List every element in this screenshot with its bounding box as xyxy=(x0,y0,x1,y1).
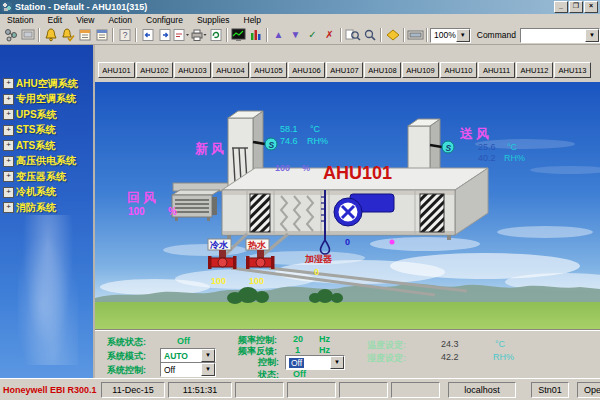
menu-supplies[interactable]: Supplies xyxy=(190,15,237,25)
fan-control-select[interactable]: Off ▼ xyxy=(285,355,345,370)
menu-station[interactable]: Station xyxy=(0,15,40,25)
freq-control-value: 20 xyxy=(293,334,303,344)
tab-ahu101[interactable]: AHU101 xyxy=(98,62,135,78)
sidebar-item-8[interactable]: +冷机系统 xyxy=(0,185,93,201)
tab-ahu112[interactable]: AHU112 xyxy=(516,62,553,78)
system-status-value: Off xyxy=(177,336,190,346)
tab-ahu103[interactable]: AHU103 xyxy=(174,62,211,78)
sidebar-item-6[interactable]: +高压供电系统 xyxy=(0,154,93,170)
acknowledge-icon[interactable]: ✓ xyxy=(304,27,321,43)
zoom-select[interactable]: 100% ▼ xyxy=(430,28,471,43)
station-icon[interactable] xyxy=(2,27,19,43)
expand-icon[interactable]: + xyxy=(3,140,14,151)
recall-page-icon[interactable] xyxy=(173,27,190,43)
alarm-ack-icon[interactable] xyxy=(59,27,76,43)
svg-text:S: S xyxy=(446,143,452,153)
raise-page-icon[interactable]: ▲ xyxy=(270,27,287,43)
display-icon[interactable] xyxy=(19,27,36,43)
sidebar-item-label: ATS系统 xyxy=(16,139,55,153)
find-icon[interactable] xyxy=(344,27,361,43)
menu-action[interactable]: Action xyxy=(101,15,139,25)
sidebar-item-label: 消防系统 xyxy=(16,201,56,215)
tab-ahu107[interactable]: AHU107 xyxy=(326,62,363,78)
fan-status-value: 0 xyxy=(345,237,350,247)
fan-control-dropdown-icon[interactable]: ▼ xyxy=(330,356,344,369)
tab-ahu106[interactable]: AHU106 xyxy=(288,62,325,78)
cancel-icon[interactable]: ✗ xyxy=(321,27,338,43)
close-button[interactable]: × xyxy=(584,1,598,13)
supply-air-temp-unit: °C xyxy=(507,142,518,152)
sidebar-item-1[interactable]: +AHU空调系统 xyxy=(0,76,93,92)
zoom-value: 100% xyxy=(431,30,456,40)
chilled-water-label: 冷水 xyxy=(210,240,229,250)
alarm-bell-icon[interactable] xyxy=(42,27,59,43)
supply-air-temp: 25.6 xyxy=(478,142,496,152)
expand-icon[interactable]: + xyxy=(3,202,14,213)
brand-text: Honeywell EBI R300.1 xyxy=(0,383,98,397)
system-mode-select[interactable]: AUTO ▼ xyxy=(160,348,216,363)
temp-setpoint-label: 温度设定: xyxy=(367,339,406,352)
pan-icon[interactable] xyxy=(384,27,401,43)
expand-icon[interactable]: + xyxy=(3,156,14,167)
freq-control-unit: Hz xyxy=(319,334,330,344)
rh-setpoint-label: 湿度设定: xyxy=(367,352,406,365)
expand-icon[interactable]: + xyxy=(3,109,14,120)
expand-icon[interactable]: + xyxy=(3,187,14,198)
page-back-icon[interactable] xyxy=(139,27,156,43)
system-mode-label: 系统模式: xyxy=(107,350,146,363)
help-icon[interactable]: ? xyxy=(116,27,133,43)
fullscreen-icon[interactable] xyxy=(407,27,424,43)
group-display-icon[interactable] xyxy=(247,27,264,43)
tab-ahu111[interactable]: AHU111 xyxy=(478,62,515,78)
event-summary-icon[interactable] xyxy=(76,27,93,43)
sidebar-item-3[interactable]: +UPS系统 xyxy=(0,107,93,123)
page-forward-icon[interactable] xyxy=(156,27,173,43)
control-dropdown-icon[interactable]: ▼ xyxy=(201,363,215,376)
return-damper-unit: % xyxy=(168,206,177,217)
zoom-icon[interactable] xyxy=(361,27,378,43)
system-control-select[interactable]: Off ▼ xyxy=(160,362,216,377)
tab-ahu105[interactable]: AHU105 xyxy=(250,62,287,78)
refresh-page-icon[interactable] xyxy=(207,27,224,43)
sidebar-item-9[interactable]: +消防系统 xyxy=(0,200,93,216)
sidebar-item-7[interactable]: +变压器系统 xyxy=(0,169,93,185)
sidebar-item-4[interactable]: +STS系统 xyxy=(0,123,93,139)
expand-icon[interactable]: + xyxy=(3,78,14,89)
fresh-damper-value: 100 xyxy=(275,163,290,173)
menu-edit[interactable]: Edit xyxy=(40,15,69,25)
tab-ahu109[interactable]: AHU109 xyxy=(402,62,439,78)
expand-icon[interactable]: + xyxy=(3,171,14,182)
print-icon[interactable] xyxy=(190,27,207,43)
menu-view[interactable]: View xyxy=(69,15,101,25)
supply-air-sensor-icon[interactable]: S xyxy=(442,141,454,153)
tab-ahu102[interactable]: AHU102 xyxy=(136,62,173,78)
lower-page-icon[interactable]: ▼ xyxy=(287,27,304,43)
sidebar-item-5[interactable]: +ATS系统 xyxy=(0,138,93,154)
alarm-summary-icon[interactable] xyxy=(93,27,110,43)
menu-help[interactable]: Help xyxy=(237,15,268,25)
mode-dropdown-icon[interactable]: ▼ xyxy=(201,349,215,362)
tab-ahu108[interactable]: AHU108 xyxy=(364,62,401,78)
ahu-tabs: AHU101AHU102AHU103AHU104AHU105AHU106AHU1… xyxy=(98,62,592,78)
trend-icon[interactable] xyxy=(230,27,247,43)
svg-text:?: ? xyxy=(122,30,127,40)
hot-water-label: 热水 xyxy=(247,240,267,250)
status-empty-1 xyxy=(235,382,284,398)
sidebar-item-2[interactable]: +专用空调系统 xyxy=(0,92,93,108)
tab-ahu104[interactable]: AHU104 xyxy=(212,62,249,78)
svg-text:S: S xyxy=(269,140,275,150)
expand-icon[interactable]: + xyxy=(3,125,14,136)
zoom-dropdown-icon[interactable]: ▼ xyxy=(456,29,470,42)
maximize-button[interactable]: ❐ xyxy=(569,1,583,13)
tab-ahu110[interactable]: AHU110 xyxy=(440,62,477,78)
command-input[interactable]: ▼ xyxy=(520,28,600,43)
status-time: 11:51:31 xyxy=(168,382,232,398)
menu-configure[interactable]: Configure xyxy=(139,15,190,25)
station-window: Station - Default - AHU101(315) _ ❐ × St… xyxy=(0,0,600,400)
tab-ahu113[interactable]: AHU113 xyxy=(554,62,591,78)
command-dropdown-icon[interactable]: ▼ xyxy=(585,29,599,42)
expand-icon[interactable]: + xyxy=(3,94,14,105)
minimize-button[interactable]: _ xyxy=(554,1,568,13)
window-title: Station - Default - AHU101(315) xyxy=(15,2,147,12)
fresh-air-sensor-icon[interactable]: S xyxy=(265,138,277,150)
